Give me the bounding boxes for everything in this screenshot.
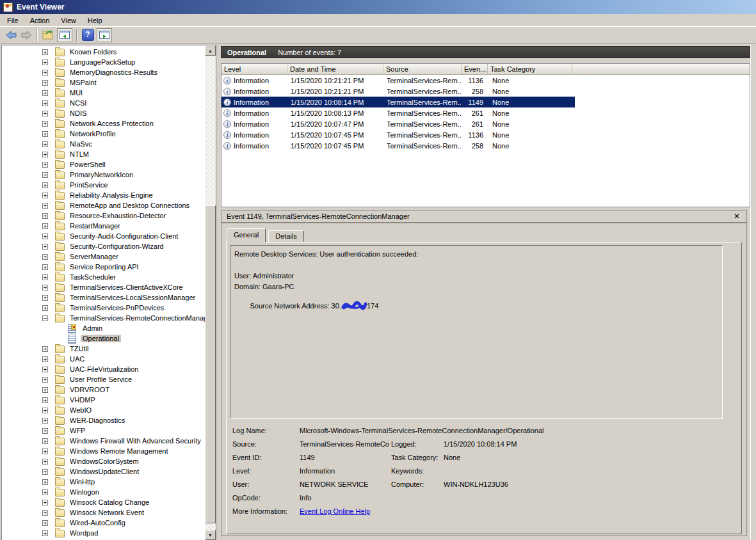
back-button[interactable]	[3, 28, 19, 42]
scroll-down-icon[interactable]	[205, 530, 216, 540]
expand-toggle[interactable]	[42, 49, 48, 55]
expand-toggle[interactable]	[42, 193, 48, 198]
expand-toggle[interactable]	[42, 520, 48, 526]
tree-item[interactable]: ServerManager	[2, 252, 205, 262]
column-header-date[interactable]: Date and Time	[287, 64, 383, 74]
tree-item[interactable]: Wired-AutoConfig	[2, 518, 205, 528]
expand-toggle[interactable]	[42, 530, 48, 536]
tree-item[interactable]: User Profile Service	[2, 375, 205, 385]
tree-item[interactable]: MemoryDiagnostics-Results	[2, 68, 205, 78]
tree-item[interactable]: TaskScheduler	[2, 273, 205, 283]
tree-item[interactable]: VDRVROOT	[2, 385, 205, 395]
tree-item[interactable]: Resource-Exhaustion-Detector	[2, 211, 205, 221]
tree-item[interactable]: LanguagePackSetup	[2, 58, 205, 68]
expand-toggle[interactable]	[42, 80, 48, 86]
expand-toggle[interactable]	[42, 244, 48, 250]
expand-toggle[interactable]	[42, 162, 48, 168]
expand-toggle[interactable]	[42, 141, 48, 147]
event-row[interactable]: Information1/15/2020 10:07:47 PMTerminal…	[221, 118, 575, 129]
expand-toggle[interactable]	[42, 203, 48, 209]
expand-toggle[interactable]	[42, 479, 48, 485]
expand-toggle[interactable]	[42, 285, 48, 290]
tree-item[interactable]: MSPaint	[2, 78, 205, 88]
menu-file[interactable]: File	[1, 15, 24, 26]
tree-item[interactable]: TerminalServices-RemoteConnectionManager	[2, 314, 205, 324]
expand-toggle[interactable]	[42, 234, 48, 239]
event-row[interactable]: Information1/15/2020 10:08:13 PMTerminal…	[221, 107, 575, 118]
collapse-toggle[interactable]	[42, 315, 48, 321]
tree-item[interactable]: UAC	[2, 354, 205, 365]
show-action-pane-button[interactable]	[97, 28, 112, 42]
expand-toggle[interactable]	[42, 90, 48, 96]
tree-item[interactable]: RemoteApp and Desktop Connections	[2, 201, 205, 211]
expand-toggle[interactable]	[42, 70, 48, 75]
tree-item[interactable]: Reliability-Analysis-Engine	[2, 191, 205, 201]
tree-item[interactable]: Known Folders	[2, 47, 205, 58]
tree-item[interactable]: TerminalServices-PnPDevices	[2, 303, 205, 314]
tree-item[interactable]: NlaSvc	[2, 139, 205, 150]
expand-toggle[interactable]	[42, 60, 48, 65]
tree-item[interactable]: TerminalServices-ClientActiveXCore	[2, 283, 205, 293]
event-row[interactable]: Information1/15/2020 10:07:45 PMTerminal…	[221, 129, 575, 140]
column-header-level[interactable]: Level	[221, 64, 287, 74]
tree-item[interactable]: NTLM	[2, 150, 205, 160]
expand-toggle[interactable]	[42, 397, 48, 403]
tree-item[interactable]: NCSI	[2, 99, 205, 109]
expand-toggle[interactable]	[42, 418, 48, 424]
event-row[interactable]: Information1/15/2020 10:08:14 PMTerminal…	[221, 97, 575, 107]
expand-toggle[interactable]	[42, 408, 48, 413]
tree-item[interactable]: TerminalServices-LocalSessionManager	[2, 293, 205, 303]
expand-toggle[interactable]	[42, 377, 48, 383]
expand-toggle[interactable]	[42, 100, 48, 106]
expand-toggle[interactable]	[42, 213, 48, 219]
expand-toggle[interactable]	[42, 121, 48, 127]
expand-toggle[interactable]	[42, 500, 48, 505]
tree-item[interactable]: NetworkProfile	[2, 129, 205, 139]
event-log-online-help-link[interactable]: Event Log Online Help	[300, 507, 370, 515]
tree-item[interactable]: PrimaryNetworkIcon	[2, 170, 205, 180]
tree-item[interactable]: RestartManager	[2, 221, 205, 232]
event-row[interactable]: Information1/15/2020 10:21:21 PMTerminal…	[221, 75, 575, 86]
tree-item[interactable]: MUI	[2, 88, 205, 99]
expand-toggle[interactable]	[42, 111, 48, 116]
tree-item[interactable]: Winsock Network Event	[2, 508, 205, 518]
tree-item[interactable]: WFP	[2, 426, 205, 436]
tree-item[interactable]: Windows Firewall With Advanced Security	[2, 436, 205, 447]
tab-details[interactable]: Details	[268, 230, 304, 242]
expand-toggle[interactable]	[42, 428, 48, 434]
event-row[interactable]: Information1/15/2020 10:21:21 PMTerminal…	[221, 86, 575, 97]
tree-item[interactable]: WER-Diagnostics	[2, 416, 205, 426]
expand-toggle[interactable]	[42, 367, 48, 372]
expand-toggle[interactable]	[42, 264, 48, 270]
help-button[interactable]: ?	[80, 28, 95, 42]
tree-item[interactable]: Security-Audit-Configuration-Client	[2, 232, 205, 242]
expand-toggle[interactable]	[42, 295, 48, 301]
tree-item[interactable]: Security-Configuration-Wizard	[2, 242, 205, 252]
tree-item[interactable]: UAC-FileVirtualization	[2, 365, 205, 375]
tree-item[interactable]: Service Reporting API	[2, 262, 205, 273]
tree-item[interactable]: Admin	[2, 324, 205, 334]
tree-item[interactable]: PowerShell	[2, 160, 205, 170]
tab-general[interactable]: General	[227, 228, 266, 242]
tree-item[interactable]: WindowsUpdateClient	[2, 467, 205, 477]
expand-toggle[interactable]	[42, 449, 48, 454]
expand-toggle[interactable]	[42, 387, 48, 393]
tree-item[interactable]: TZUtil	[2, 344, 205, 354]
expand-toggle[interactable]	[42, 274, 48, 280]
column-header-event-id[interactable]: Even...	[462, 64, 488, 74]
tree-item[interactable]: Network Access Protection	[2, 119, 205, 129]
expand-toggle[interactable]	[42, 459, 48, 465]
open-saved-log-button[interactable]	[40, 28, 56, 42]
expand-toggle[interactable]	[42, 356, 48, 362]
expand-toggle[interactable]	[42, 182, 48, 188]
show-console-tree-button[interactable]	[57, 28, 72, 42]
expand-toggle[interactable]	[42, 438, 48, 444]
menu-view[interactable]: View	[55, 15, 82, 26]
expand-toggle[interactable]	[42, 152, 48, 157]
tree-item[interactable]: VHDMP	[2, 395, 205, 406]
tree-item[interactable]: NDIS	[2, 109, 205, 119]
tree-item[interactable]: WinHttp	[2, 477, 205, 488]
menu-action[interactable]: Action	[24, 15, 56, 26]
event-row[interactable]: Information1/15/2020 10:07:45 PMTerminal…	[221, 140, 575, 151]
expand-toggle[interactable]	[42, 131, 48, 137]
